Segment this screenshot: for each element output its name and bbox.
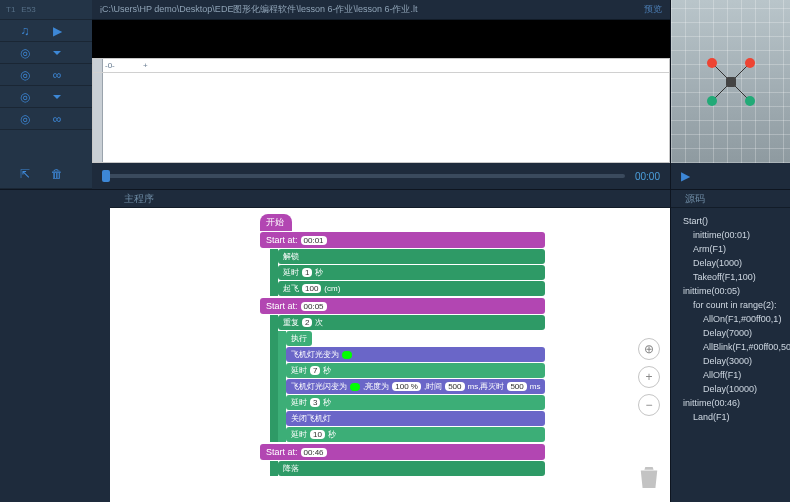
bulb-icon[interactable]: ◎ [18,112,32,126]
logo-part-a: T1 [6,5,15,14]
trash-icon[interactable]: 🗑 [50,167,64,181]
source-line: Takeoff(F1,100) [675,270,786,284]
svg-point-5 [745,58,755,68]
workspace-controls: ⊕ + − [638,338,660,416]
preview-link[interactable]: 预览 [644,3,662,16]
block-hat-start[interactable]: 开始 [260,214,292,231]
block-led-off[interactable]: 关闭飞机灯 [286,411,545,426]
block-start-at-3[interactable]: Start at: 00:46 [260,444,545,460]
block-start-at-2[interactable]: Start at: 00:05 [260,298,545,314]
link-icon[interactable]: ∞ [50,68,64,82]
block-takeoff[interactable]: 起飞 100 (cm) [278,281,545,296]
source-line: Delay(3000) [675,354,786,368]
color-swatch-green[interactable] [342,351,352,359]
timeline-thumb[interactable] [102,170,110,182]
source-line: inittime(00:01) [675,228,786,242]
track-gutter[interactable] [93,59,103,162]
timeline: 00:00 [92,163,670,189]
svg-point-7 [745,96,755,106]
toolbar-row-light-3: ◎ [0,86,92,108]
toolbar-row-light-4: ◎ ∞ [0,108,92,130]
bulb-icon[interactable]: ◎ [18,46,32,60]
block-delay-10[interactable]: 延时 10 秒 [286,427,545,442]
source-line: Delay(1000) [675,256,786,270]
path-bar: i C:\Users\HP demo\Desktop\EDE图形化编程软件\le… [92,0,670,20]
source-code-body: Start()inittime(00:01)Arm(F1)Delay(1000)… [671,208,790,502]
timeline-time: 00:00 [635,171,660,182]
block-repeat[interactable]: 重复 2 次 [278,315,545,330]
ruler-mark-1: + [143,61,148,70]
drone-icon [706,57,756,107]
left-toolbar: T1 E53 ♫ ▶ ◎ ◎ ∞ ◎ ◎ ∞ ⇱ 🗑 [0,0,92,189]
toolbar-row-light-1: ◎ [0,42,92,64]
block-land[interactable]: 降落 [278,461,545,476]
video-preview-strip [92,20,670,58]
source-panel-header: 源码 [671,190,790,208]
block-arm[interactable]: 解锁 [278,249,545,264]
source-line: AllOn(F1,#00ff00,1) [675,312,786,326]
svg-rect-8 [726,77,736,87]
source-panel: 源码 Start()inittime(00:01)Arm(F1)Delay(10… [670,190,790,502]
ruler-mark-0: -0- [105,61,115,70]
target-button[interactable]: ⊕ [638,338,660,360]
preview-footer: ▶ [671,163,790,189]
toolbar-row-music-play: ♫ ▶ [0,20,92,42]
zoom-in-button[interactable]: + [638,366,660,388]
source-line: Arm(F1) [675,242,786,256]
block-delay-1[interactable]: 延时 1 秒 [278,265,545,280]
script-panel: 主程序 开始 Start at: 00:01 解锁 延时 1 秒 [0,190,670,502]
toolbar-row-light-2: ◎ ∞ [0,64,92,86]
track-area[interactable]: -0- + [92,58,670,163]
script-panel-header: 主程序 [110,190,670,208]
play-icon[interactable]: ▶ [50,24,64,38]
svg-point-4 [707,58,717,68]
source-line: Delay(7000) [675,326,786,340]
color-swatch-green[interactable] [350,383,360,391]
block-stack[interactable]: 开始 Start at: 00:01 解锁 延时 1 秒 起飞 100 (c [260,214,545,476]
export-icon[interactable]: ⇱ [18,167,32,181]
source-line: AllBlink(F1,#00ff00,500,500,1) [675,340,786,354]
block-delay-7[interactable]: 延时 7 秒 [286,363,545,378]
zoom-out-button[interactable]: − [638,394,660,416]
chevron-down-icon[interactable] [50,90,64,104]
workspace-trash-icon[interactable] [638,464,660,492]
chevron-down-icon[interactable] [50,46,64,60]
block-exec-label[interactable]: 执行 [286,331,312,346]
preview-3d-view[interactable] [671,0,790,163]
music-icon[interactable]: ♫ [18,24,32,38]
block-start-at-1[interactable]: Start at: 00:01 [260,232,545,248]
preview-play-icon[interactable]: ▶ [681,169,690,183]
source-line: for count in range(2): [675,298,786,312]
svg-point-6 [707,96,717,106]
center-column: i C:\Users\HP demo\Desktop\EDE图形化编程软件\le… [92,0,670,189]
link-icon[interactable]: ∞ [50,112,64,126]
bulb-icon[interactable]: ◎ [18,90,32,104]
track-ruler: -0- + [93,59,669,73]
block-workspace[interactable]: 开始 Start at: 00:01 解锁 延时 1 秒 起飞 100 (c [110,208,670,502]
toolbar-row-bottom: ⇱ 🗑 [0,159,92,189]
source-panel-title: 源码 [685,192,705,206]
preview-panel: ▶ [670,0,790,189]
source-line: AllOff(F1) [675,368,786,382]
bulb-icon[interactable]: ◎ [18,68,32,82]
script-panel-title: 主程序 [124,192,154,206]
source-line: Land(F1) [675,410,786,424]
source-line: inittime(00:46) [675,396,786,410]
file-path: C:\Users\HP demo\Desktop\EDE图形化编程软件\less… [102,3,417,16]
block-delay-3[interactable]: 延时 3 秒 [286,395,545,410]
logo-part-b: E53 [21,5,35,14]
source-line: Start() [675,214,786,228]
block-led-on[interactable]: 飞机灯光变为 [286,347,545,362]
timeline-slider[interactable] [102,174,625,178]
app-logo: T1 E53 [0,0,92,20]
source-line: Delay(10000) [675,382,786,396]
block-led-blink[interactable]: 飞机灯光闪变为 ,亮度为 100 % ,时间 500 ms,再灭时 500 ms [286,379,545,394]
source-line: inittime(00:05) [675,284,786,298]
